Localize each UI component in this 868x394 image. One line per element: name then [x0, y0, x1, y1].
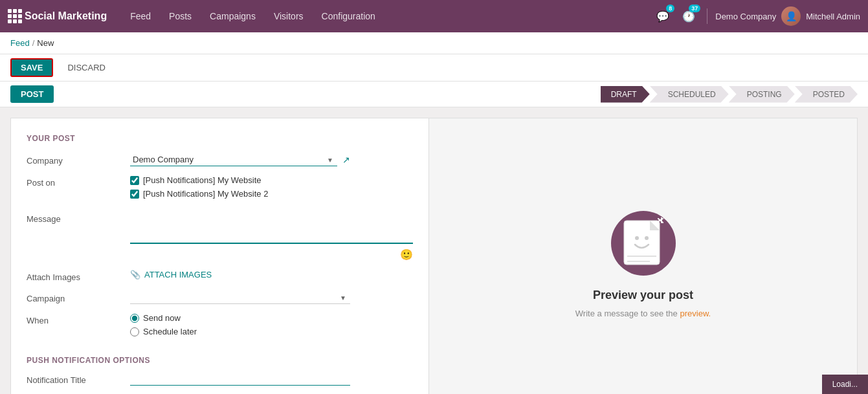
company-input[interactable] — [130, 153, 337, 166]
nav-feed[interactable]: Feed — [122, 7, 159, 25]
nav-right: 💬 8 🕐 37 Demo Company 👤 Mitchell Admin — [652, 6, 860, 27]
nav-posts[interactable]: Posts — [161, 7, 199, 25]
when-value: Send now Schedule later — [130, 313, 413, 340]
when-send-now: Send now — [130, 313, 413, 323]
company-select-wrapper: ▼ — [130, 153, 337, 166]
action-bar: SAVE DISCARD — [0, 54, 868, 82]
clock-badge: 37 — [689, 5, 700, 12]
nav-links: Feed Posts Campaigns Visitors Configurat… — [122, 7, 652, 25]
preview-panel: Preview your post Write a message to see… — [429, 118, 858, 394]
when-schedule-later: Schedule later — [130, 327, 413, 336]
nav-visitors[interactable]: Visitors — [266, 7, 311, 25]
section-your-post: Your Post — [27, 134, 413, 143]
campaign-row: Campaign ▼ — [27, 291, 413, 304]
avatar-image: 👤 — [781, 6, 801, 26]
save-button[interactable]: SAVE — [10, 58, 53, 77]
post-on-label: Post on — [27, 175, 130, 188]
status-scheduled[interactable]: SCHEDULED — [650, 86, 729, 103]
notification-title-label: Notification Title — [27, 373, 130, 385]
app-title: Social Marketing — [25, 10, 107, 22]
user-name[interactable]: Mitchell Admin — [806, 12, 860, 21]
status-draft[interactable]: DRAFT — [601, 86, 650, 103]
preview-subtitle-text: Write a message to see the — [575, 309, 678, 318]
paperclip-icon: 📎 — [130, 270, 140, 279]
message-input[interactable] — [130, 212, 413, 244]
attach-images-value: 📎 ATTACH IMAGES — [130, 270, 413, 279]
push-section-title: Push Notification Options — [27, 356, 413, 365]
status-posted[interactable]: POSTED — [795, 86, 858, 103]
main-content: Your Post Company ▼ ↗ Post on [Push — [0, 107, 868, 394]
campaign-value: ▼ — [130, 291, 413, 304]
clock-icon-btn[interactable]: 🕐 37 — [678, 6, 699, 27]
campaign-select[interactable] — [130, 291, 350, 304]
company-value: ▼ ↗ — [130, 153, 413, 166]
chat-icon-btn[interactable]: 💬 8 — [652, 6, 673, 27]
chat-icon: 💬 — [656, 10, 669, 23]
status-posting[interactable]: POSTING — [729, 86, 795, 103]
notification-title-input[interactable] — [130, 373, 350, 386]
attach-images-btn-label: ATTACH IMAGES — [144, 270, 212, 279]
attach-images-label: Attach Images — [27, 270, 130, 282]
post-on-checkbox-2[interactable] — [130, 190, 139, 199]
post-on-checkbox-1[interactable] — [130, 176, 139, 185]
app-logo[interactable]: Social Marketing — [8, 9, 107, 23]
preview-subtitle-highlight: preview. — [680, 309, 711, 318]
preview-title: Preview your post — [593, 289, 693, 302]
company-label: Company — [27, 153, 130, 166]
notification-title-row: Notification Title — [27, 373, 413, 386]
message-row: Message 🙂 — [27, 212, 413, 261]
post-on-option-2: [Push Notifications] My Website 2 — [130, 189, 413, 199]
loading-button[interactable]: Loadi... — [822, 375, 868, 394]
attach-images-row: Attach Images 📎 ATTACH IMAGES — [27, 270, 413, 282]
discard-button[interactable]: DISCARD — [58, 60, 115, 76]
company-row: Company ▼ ↗ — [27, 153, 413, 166]
campaign-select-wrapper: ▼ — [130, 291, 350, 304]
when-send-now-label: Send now — [143, 313, 181, 323]
message-controls: 🙂 — [130, 248, 413, 261]
avatar[interactable]: 👤 — [781, 6, 801, 26]
campaign-label: Campaign — [27, 291, 130, 303]
top-navigation: Social Marketing Feed Posts Campaigns Vi… — [0, 0, 868, 32]
post-on-label-1: [Push Notifications] My Website — [143, 175, 262, 185]
chat-badge: 8 — [666, 5, 674, 12]
post-on-option-1: [Push Notifications] My Website — [130, 175, 413, 185]
nav-configuration[interactable]: Configuration — [314, 7, 383, 25]
breadcrumb-current: New — [37, 38, 54, 48]
nav-separator — [707, 8, 707, 24]
breadcrumb-parent[interactable]: Feed — [10, 38, 30, 48]
preview-illustration — [611, 211, 676, 276]
preview-doc-icon — [621, 217, 666, 269]
when-radio-send-now[interactable] — [130, 314, 139, 323]
message-value: 🙂 — [130, 212, 413, 261]
status-pipeline: DRAFT SCHEDULED POSTING POSTED — [601, 86, 858, 103]
post-on-label-2: [Push Notifications] My Website 2 — [143, 189, 268, 199]
svg-point-2 — [645, 236, 649, 240]
grid-icon — [8, 9, 19, 23]
svg-point-1 — [635, 236, 639, 240]
nav-campaigns[interactable]: Campaigns — [202, 7, 263, 25]
company-label[interactable]: Demo Company — [715, 12, 776, 21]
when-row: When Send now Schedule later — [27, 313, 413, 340]
preview-subtitle: Write a message to see the preview. — [575, 309, 711, 318]
when-schedule-later-label: Schedule later — [143, 327, 197, 336]
emoji-button[interactable]: 🙂 — [400, 248, 413, 261]
post-button[interactable]: POST — [10, 85, 54, 103]
post-on-row: Post on [Push Notifications] My Website … — [27, 175, 413, 202]
notification-title-value — [130, 373, 413, 386]
status-bar: POST DRAFT SCHEDULED POSTING POSTED — [0, 82, 868, 107]
when-radio-schedule-later[interactable] — [130, 327, 139, 336]
form-panel: Your Post Company ▼ ↗ Post on [Push — [10, 118, 429, 394]
attach-images-button[interactable]: 📎 ATTACH IMAGES — [130, 270, 212, 279]
when-label: When — [27, 313, 130, 325]
breadcrumb: Feed / New — [0, 32, 868, 54]
external-link-icon[interactable]: ↗ — [342, 155, 350, 165]
breadcrumb-separator: / — [32, 38, 35, 48]
post-on-value: [Push Notifications] My Website [Push No… — [130, 175, 413, 202]
message-label: Message — [27, 212, 130, 224]
company-input-wrapper: ▼ ↗ — [130, 153, 413, 166]
